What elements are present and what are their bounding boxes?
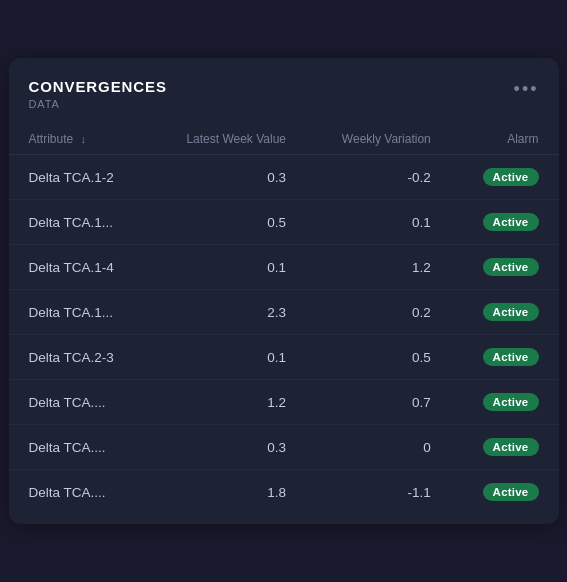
table-row: Delta TCA....1.20.7Active: [9, 380, 559, 425]
cell-variation: -1.1: [306, 470, 451, 515]
card-header: CONVERGENCES DATA •••: [9, 78, 559, 124]
col-header-variation: Weekly Variation: [306, 124, 451, 155]
cell-alarm: Active: [451, 290, 559, 335]
cell-alarm: Active: [451, 470, 559, 515]
more-options-icon[interactable]: •••: [514, 78, 539, 98]
title-group: CONVERGENCES DATA: [29, 78, 167, 110]
cell-variation: -0.2: [306, 155, 451, 200]
cell-value: 1.8: [149, 470, 306, 515]
cell-alarm: Active: [451, 425, 559, 470]
cell-alarm: Active: [451, 335, 559, 380]
cell-alarm: Active: [451, 245, 559, 290]
status-badge: Active: [483, 438, 539, 456]
cell-attribute: Delta TCA....: [9, 470, 150, 515]
cell-variation: 0.1: [306, 200, 451, 245]
cell-value: 0.3: [149, 425, 306, 470]
card-title: CONVERGENCES: [29, 78, 167, 95]
cell-variation: 1.2: [306, 245, 451, 290]
status-badge: Active: [483, 348, 539, 366]
status-badge: Active: [483, 213, 539, 231]
table-container: Attribute ↓ Latest Week Value Weekly Var…: [9, 124, 559, 514]
cell-value: 0.3: [149, 155, 306, 200]
cell-attribute: Delta TCA.1...: [9, 290, 150, 335]
table-row: Delta TCA.1-40.11.2Active: [9, 245, 559, 290]
convergences-table: Attribute ↓ Latest Week Value Weekly Var…: [9, 124, 559, 514]
cell-attribute: Delta TCA.2-3: [9, 335, 150, 380]
status-badge: Active: [483, 258, 539, 276]
cell-value: 0.1: [149, 335, 306, 380]
table-row: Delta TCA.1-20.3-0.2Active: [9, 155, 559, 200]
col-header-value: Latest Week Value: [149, 124, 306, 155]
cell-attribute: Delta TCA....: [9, 380, 150, 425]
cell-value: 2.3: [149, 290, 306, 335]
table-row: Delta TCA.1...0.50.1Active: [9, 200, 559, 245]
table-row: Delta TCA....1.8-1.1Active: [9, 470, 559, 515]
cell-attribute: Delta TCA....: [9, 425, 150, 470]
sort-icon: ↓: [81, 133, 87, 145]
table-row: Delta TCA.1...2.30.2Active: [9, 290, 559, 335]
col-header-alarm: Alarm: [451, 124, 559, 155]
cell-value: 0.1: [149, 245, 306, 290]
col-header-attribute[interactable]: Attribute ↓: [9, 124, 150, 155]
status-badge: Active: [483, 303, 539, 321]
table-header-row: Attribute ↓ Latest Week Value Weekly Var…: [9, 124, 559, 155]
cell-value: 0.5: [149, 200, 306, 245]
cell-alarm: Active: [451, 155, 559, 200]
cell-alarm: Active: [451, 200, 559, 245]
convergences-card: CONVERGENCES DATA ••• Attribute ↓ Latest…: [9, 58, 559, 524]
table-row: Delta TCA....0.30Active: [9, 425, 559, 470]
cell-value: 1.2: [149, 380, 306, 425]
cell-variation: 0: [306, 425, 451, 470]
table-row: Delta TCA.2-30.10.5Active: [9, 335, 559, 380]
card-subtitle: DATA: [29, 98, 167, 110]
status-badge: Active: [483, 483, 539, 501]
cell-attribute: Delta TCA.1-2: [9, 155, 150, 200]
status-badge: Active: [483, 393, 539, 411]
cell-attribute: Delta TCA.1-4: [9, 245, 150, 290]
status-badge: Active: [483, 168, 539, 186]
cell-attribute: Delta TCA.1...: [9, 200, 150, 245]
cell-variation: 0.2: [306, 290, 451, 335]
cell-variation: 0.7: [306, 380, 451, 425]
cell-variation: 0.5: [306, 335, 451, 380]
cell-alarm: Active: [451, 380, 559, 425]
